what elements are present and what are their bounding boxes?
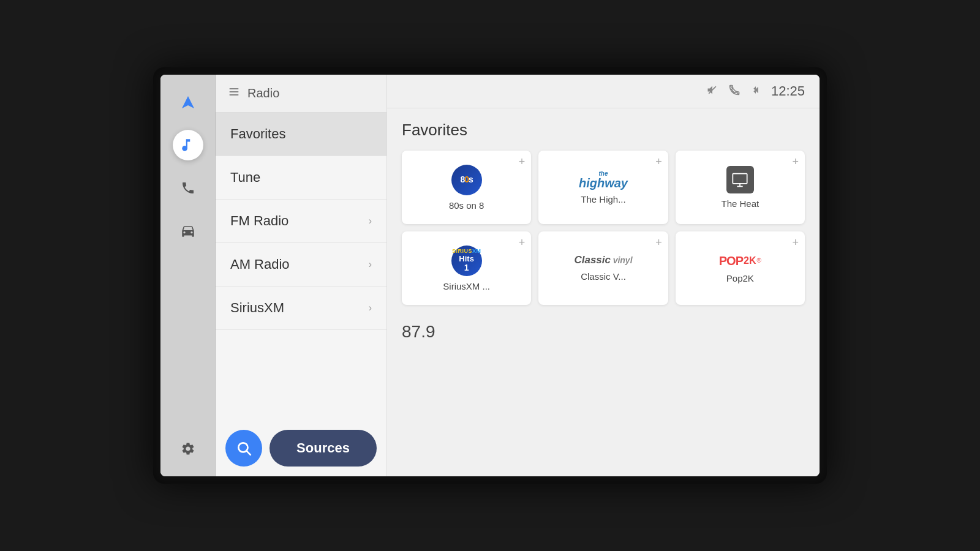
clock-display: 12:25: [771, 83, 805, 99]
add-icon-sirius[interactable]: +: [519, 236, 526, 249]
menu-item-fm-radio[interactable]: FM Radio ›: [216, 200, 386, 243]
highway-logo: the highway: [579, 171, 628, 189]
heat-logo: [726, 166, 754, 193]
siriusxm-arrow: ›: [369, 302, 372, 313]
back-icon[interactable]: [228, 86, 240, 101]
search-button[interactable]: [225, 430, 262, 467]
menu-item-favorites[interactable]: Favorites: [216, 113, 386, 156]
menu-title: Radio: [247, 86, 279, 100]
pop2k-label: Pop2K: [726, 273, 754, 283]
pop2k-logo: POP 2K ®: [719, 253, 761, 268]
sources-button[interactable]: Sources: [270, 430, 377, 467]
favorite-card-80s-on-8[interactable]: + 80s 80s on 8: [402, 151, 531, 224]
svg-rect-8: [733, 173, 747, 183]
sidebar: [160, 75, 216, 476]
favorite-card-siriusxm-hits[interactable]: + SIRIUSXM Hits 1 SiriusXM ...: [402, 231, 531, 305]
favorites-grid: + 80s 80s on 8 + the: [402, 151, 805, 305]
menu-header: Radio: [216, 75, 386, 113]
classic-vinyl-logo: Classic vinyl: [574, 255, 632, 266]
settings-icon[interactable]: [173, 433, 203, 464]
touchscreen: Radio Favorites Tune FM Radio › AM Radio…: [160, 75, 820, 476]
svg-line-5: [247, 451, 251, 455]
siriusxm-hits-label: SiriusXM ...: [443, 281, 490, 291]
mute-icon: [706, 84, 718, 99]
add-icon-highway[interactable]: +: [655, 156, 662, 168]
80s-on-8-logo: 80s: [451, 165, 482, 195]
menu-items-list: Favorites Tune FM Radio › AM Radio › Sir…: [216, 113, 386, 420]
content-area: Favorites + 80s 80s on 8: [387, 108, 820, 476]
add-icon-heat[interactable]: +: [792, 156, 799, 168]
favorite-card-classic-vinyl[interactable]: + Classic vinyl Classic V...: [538, 231, 668, 305]
menu-item-tune[interactable]: Tune: [216, 156, 386, 200]
favorite-card-pop2k[interactable]: + POP 2K ® Pop2K: [676, 231, 805, 305]
favorite-card-highway[interactable]: + the highway The High...: [538, 151, 668, 224]
classic-vinyl-label: Classic V...: [581, 271, 626, 282]
am-radio-arrow: ›: [369, 259, 372, 270]
menu-panel: Radio Favorites Tune FM Radio › AM Radio…: [216, 75, 387, 476]
add-icon-pop2k[interactable]: +: [792, 236, 799, 249]
main-content: 12:25 Favorites + 80s 80s on 8: [387, 75, 820, 476]
80s-on-8-label: 80s on 8: [449, 200, 484, 211]
music-icon[interactable]: [173, 130, 203, 160]
svg-rect-2: [230, 91, 239, 92]
menu-item-am-radio[interactable]: AM Radio ›: [216, 243, 386, 287]
navigation-icon[interactable]: [173, 87, 203, 118]
phone-icon[interactable]: [173, 173, 203, 203]
add-icon-classic-vinyl[interactable]: +: [655, 236, 662, 249]
add-icon-80s[interactable]: +: [519, 156, 526, 168]
svg-rect-3: [230, 94, 239, 96]
siriusxm-hits-logo: SIRIUSXM Hits 1: [451, 246, 482, 276]
heat-label: The Heat: [721, 198, 759, 209]
svg-marker-0: [182, 96, 194, 108]
car-display-bezel: Radio Favorites Tune FM Radio › AM Radio…: [153, 67, 827, 484]
car-icon[interactable]: [173, 216, 203, 246]
bluetooth-icon: [750, 84, 761, 99]
highway-label: The High...: [581, 194, 625, 204]
menu-item-siriusxm[interactable]: SiriusXM ›: [216, 287, 386, 330]
top-bar: 12:25: [387, 75, 820, 108]
svg-rect-1: [230, 88, 239, 89]
fm-radio-arrow: ›: [369, 216, 372, 227]
menu-footer: Sources: [216, 420, 386, 476]
phone-mute-icon: [728, 84, 741, 99]
section-title: Favorites: [402, 121, 805, 140]
favorite-card-heat[interactable]: + The Heat: [676, 151, 805, 224]
current-station-display: 87.9: [402, 317, 805, 342]
